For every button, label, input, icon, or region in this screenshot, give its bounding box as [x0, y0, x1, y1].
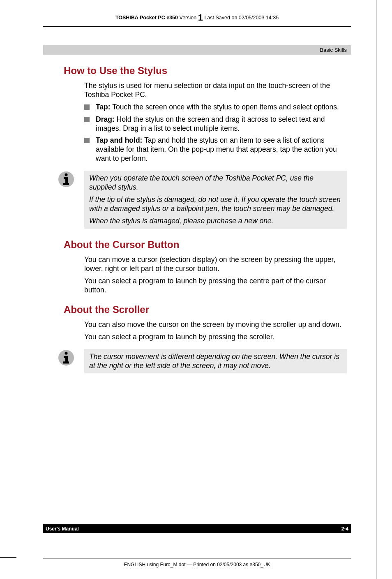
footer-right: 2-4: [341, 526, 348, 532]
print-footer: ENGLISH using Euro_M.dot — Printed on 02…: [43, 558, 351, 567]
scroller-p1: You can also move the cursor on the scre…: [84, 320, 347, 329]
bullet-bold: Tap and hold:: [96, 136, 142, 144]
bullet-text: Hold the stylus on the screen and drag i…: [96, 115, 325, 132]
section-title: Basic Skills: [320, 47, 347, 53]
note-text: When you operate the touch screen of the…: [89, 174, 342, 192]
cursor-p1: You can move a cursor (selection display…: [84, 255, 347, 273]
stylus-intro: The stylus is used for menu selection or…: [84, 81, 347, 100]
page-content: TOSHIBA Pocket PC e350 Version 1 Last Sa…: [43, 12, 351, 384]
list-item: Tap: Touch the screen once with the styl…: [84, 103, 347, 112]
info-icon: [58, 349, 75, 368]
heading-cursor: About the Cursor Button: [64, 239, 351, 250]
bullet-bold: Tap:: [96, 103, 111, 111]
crop-mark: [0, 557, 16, 558]
stylus-bullets: Tap: Touch the screen once with the styl…: [84, 103, 347, 163]
svg-rect-4: [63, 183, 69, 185]
note-box: When you operate the touch screen of the…: [84, 171, 347, 229]
svg-rect-9: [63, 361, 69, 364]
header-suffix: Last Saved on 02/05/2003 14:35: [203, 15, 279, 21]
bullet-bold: Drag:: [96, 115, 115, 123]
note-text: If the tip of the stylus is damaged, do …: [89, 195, 342, 213]
note-box: The cursor movement is different dependi…: [84, 349, 347, 374]
list-item: Drag: Hold the stylus on the screen and …: [84, 115, 347, 133]
svg-point-6: [65, 352, 68, 354]
header-version-label: Version: [178, 15, 196, 21]
crop-mark: [376, 0, 376, 579]
footer-left: User's Manual: [46, 526, 79, 532]
cursor-p2: You can select a program to launch by pr…: [84, 277, 347, 295]
list-item: Tap and hold: Tap and hold the stylus on…: [84, 136, 347, 163]
header-version-num: 1: [198, 12, 203, 23]
square-bullet-icon: [84, 104, 90, 110]
bullet-text: Touch the screen once with the stylus to…: [111, 103, 339, 111]
header-product: TOSHIBA Pocket PC e350: [115, 15, 178, 21]
crop-mark: [0, 29, 16, 29]
svg-point-1: [65, 174, 68, 176]
page-header: TOSHIBA Pocket PC e350 Version 1 Last Sa…: [43, 12, 351, 27]
square-bullet-icon: [84, 138, 90, 143]
footer-bar: User's Manual 2-4: [43, 525, 351, 533]
note-text: When the stylus is damaged, please purch…: [89, 217, 342, 226]
print-text: ENGLISH using Euro_M.dot — Printed on 02…: [124, 562, 270, 567]
note-text: The cursor movement is different dependi…: [89, 352, 342, 371]
square-bullet-icon: [84, 117, 90, 122]
heading-stylus: How to Use the Stylus: [64, 65, 351, 76]
scroller-p2: You can select a program to launch by pr…: [84, 333, 347, 342]
heading-scroller: About the Scroller: [64, 304, 351, 315]
section-title-bar: Basic Skills: [43, 45, 351, 55]
info-icon: [58, 171, 75, 190]
